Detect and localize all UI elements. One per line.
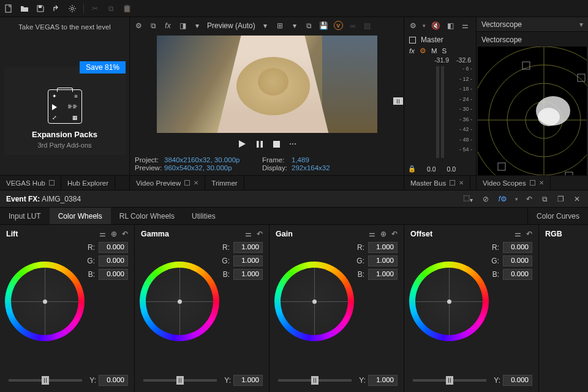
pin-icon[interactable] [450, 180, 455, 186]
solo-button[interactable]: S [442, 47, 447, 55]
tab-input-lut[interactable]: Input LUT [0, 208, 50, 224]
tab-color-wheels[interactable]: Color Wheels [50, 208, 111, 224]
fader-handle[interactable] [393, 97, 403, 105]
share-icon[interactable] [51, 4, 61, 13]
gear-icon[interactable]: ⚙ [420, 47, 426, 55]
more-icon[interactable]: ⋯ [289, 140, 296, 148]
y-value[interactable]: 0.000 [503, 375, 532, 386]
fx-chain-icon[interactable]: ⬚▾ [461, 194, 475, 203]
duplicate-icon[interactable]: ❐ [556, 195, 566, 203]
close-icon[interactable]: ✕ [539, 179, 544, 186]
tab-hub-explorer[interactable]: Hub Explorer [61, 176, 115, 190]
tab-master-bus[interactable]: Master Bus✕ [404, 176, 470, 190]
y-slider[interactable] [9, 379, 82, 382]
chevron-down-icon[interactable]: ▾ [579, 20, 583, 29]
r-value[interactable]: 1.000 [368, 242, 398, 253]
pin-icon[interactable] [184, 180, 190, 186]
stop-button[interactable] [273, 140, 281, 148]
sliders-icon[interactable]: ⚌ [245, 230, 252, 238]
y-slider[interactable] [413, 379, 486, 382]
close-icon[interactable]: ✕ [572, 195, 582, 203]
gear-icon[interactable] [67, 4, 77, 13]
pin-icon[interactable] [530, 180, 535, 186]
close-icon[interactable]: ✕ [194, 179, 198, 186]
fx-icon[interactable]: fx [163, 21, 173, 31]
b-value[interactable]: 1.000 [233, 269, 263, 280]
fx-blue-icon[interactable]: f⚙ [497, 195, 509, 203]
tab-color-curves[interactable]: Color Curves [527, 208, 588, 224]
b-value[interactable]: 0.000 [99, 269, 128, 280]
gear-icon[interactable]: ⚙ [134, 21, 143, 31]
g-value[interactable]: 0.000 [503, 255, 532, 266]
sliders-icon[interactable]: ⚌ [460, 21, 470, 31]
g-value[interactable]: 1.000 [368, 255, 398, 266]
fx-icon[interactable]: fx [409, 47, 415, 55]
tab-video-scopes[interactable]: Video Scopes✕ [477, 176, 551, 190]
y-value[interactable]: 0.000 [99, 375, 128, 386]
split-icon[interactable]: ◨ [178, 21, 187, 31]
reset-icon[interactable]: ↶ [257, 230, 263, 238]
chevron-down-icon[interactable]: ▾ [260, 21, 270, 31]
svg-rect-12 [578, 74, 585, 81]
color-wheel[interactable] [140, 262, 219, 341]
r-value[interactable]: 0.000 [99, 242, 128, 253]
lock-icon[interactable]: 🔒 [408, 165, 416, 173]
play-button[interactable] [237, 139, 247, 149]
tab-rl-color-wheels[interactable]: RL Color Wheels [111, 208, 183, 224]
tab-trimmer[interactable]: Trimmer [205, 176, 244, 190]
mute-button[interactable]: M [431, 47, 437, 55]
pin-icon[interactable] [49, 180, 55, 186]
save-icon[interactable] [36, 4, 45, 13]
chevron-down-icon[interactable]: ▾ [290, 21, 300, 31]
external-icon[interactable]: ⧉ [540, 195, 549, 203]
promo-card[interactable]: Save 81% ✦≡ ⊪⊪ ⤢▦ Expansion Packs 3rd Pa… [4, 67, 126, 155]
expansion-pack-icon: ✦≡ ⊪⊪ ⤢▦ [48, 89, 82, 124]
video-preview[interactable] [157, 36, 377, 133]
target-icon[interactable]: ⊕ [111, 230, 117, 238]
sliders-icon[interactable]: ⚌ [514, 230, 521, 238]
tab-utilities[interactable]: Utilities [183, 208, 224, 224]
tab-video-preview[interactable]: Video Preview✕ [130, 176, 205, 190]
sliders-icon[interactable]: ⚌ [369, 230, 375, 238]
scope-dropdown[interactable]: Vectorscope [481, 20, 522, 29]
g-value[interactable]: 1.000 [233, 255, 263, 266]
bypass-icon[interactable]: ⊘ [481, 195, 491, 203]
color-wheel[interactable] [274, 262, 354, 341]
transport-controls: ⋯ [130, 133, 404, 155]
r-value[interactable]: 1.000 [233, 242, 263, 253]
color-wheel[interactable] [409, 262, 489, 341]
curves-mode[interactable]: RGB [545, 230, 562, 238]
g-value[interactable]: 0.000 [99, 255, 128, 266]
b-value[interactable]: 0.000 [503, 269, 532, 280]
square-icon[interactable] [409, 37, 416, 43]
close-icon[interactable]: ✕ [459, 179, 464, 186]
dim-icon[interactable]: ◧ [445, 21, 455, 31]
gear-icon[interactable]: ⚙ [408, 21, 418, 31]
y-slider[interactable] [278, 379, 352, 382]
reset-icon[interactable]: ↶ [391, 230, 398, 238]
mute-icon[interactable]: 🔇 [431, 21, 440, 31]
file-new-icon[interactable] [4, 4, 13, 13]
pause-button[interactable] [255, 140, 264, 148]
y-value[interactable]: 1.000 [368, 375, 398, 386]
v-icon[interactable]: V [334, 21, 343, 30]
folder-open-icon[interactable] [20, 4, 29, 13]
y-value[interactable]: 1.000 [233, 375, 263, 386]
external-icon[interactable]: ⧉ [148, 21, 158, 31]
tab-vegas-hub[interactable]: VEGAS Hub [0, 176, 61, 190]
reset-icon[interactable]: ↶ [526, 230, 532, 238]
y-slider[interactable] [143, 379, 217, 382]
undo-icon[interactable]: ↶ [524, 195, 534, 203]
reset-icon[interactable]: ↶ [122, 230, 128, 238]
b-value[interactable]: 1.000 [368, 269, 398, 280]
target-icon[interactable]: ⊕ [380, 230, 386, 238]
grid-icon[interactable]: ⊞ [275, 21, 285, 31]
sliders-icon[interactable]: ⚌ [99, 230, 106, 238]
chevron-down-icon[interactable]: ▾ [192, 21, 202, 31]
save-icon[interactable]: 💾 [319, 21, 329, 31]
preview-mode[interactable]: Preview (Auto) [207, 21, 255, 30]
copy-icon[interactable]: ⧉ [304, 21, 314, 31]
wheel-gamma: Gamma ⚌ ↶ R:1.000 G:1.000 B:1.000 Y:1.00… [135, 225, 270, 392]
r-value[interactable]: 0.000 [503, 242, 532, 253]
color-wheel[interactable] [5, 262, 85, 341]
